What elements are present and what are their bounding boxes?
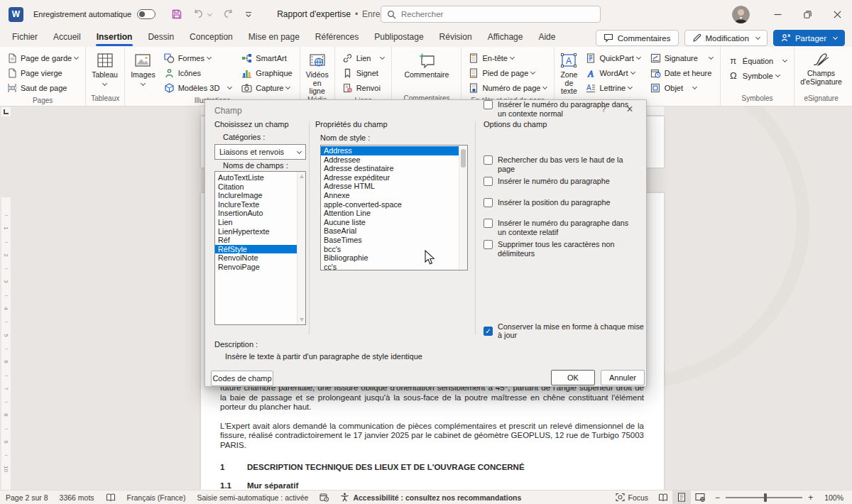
- proofing-status[interactable]: [100, 491, 121, 504]
- style-name-item[interactable]: cc's: [321, 263, 467, 270]
- zoom-slider-track[interactable]: [726, 497, 802, 498]
- cancel-button[interactable]: Annuler: [601, 370, 645, 385]
- field-name-item[interactable]: Citation: [215, 182, 305, 192]
- bookmark-button[interactable]: Signet: [339, 65, 388, 80]
- web-layout-button[interactable]: [691, 491, 709, 504]
- autocomplete-status[interactable]: Saisie semi-automatique : activée: [191, 491, 314, 504]
- insights-indicator[interactable]: [314, 491, 334, 504]
- ribbon-tab[interactable]: Affichage: [480, 29, 531, 46]
- style-name-item[interactable]: BaseArial: [321, 226, 467, 236]
- vertical-ruler[interactable]: 12345678910: [1, 197, 11, 490]
- date-time-button[interactable]: Date et heure: [647, 65, 716, 80]
- online-videos-button[interactable]: Vidéos en ligne: [302, 49, 332, 96]
- field-name-item[interactable]: RéfStyle: [215, 245, 305, 254]
- header-button[interactable]: En-tête: [465, 50, 550, 65]
- chart-button[interactable]: Graphique: [238, 65, 295, 80]
- editing-mode-button[interactable]: Modification: [684, 30, 768, 46]
- text-box-button[interactable]: A Zone de texte: [557, 49, 581, 102]
- categories-dropdown[interactable]: Liaisons et renvois: [214, 144, 306, 160]
- checkbox-unchecked[interactable]: [484, 198, 493, 207]
- search-box[interactable]: [381, 6, 601, 23]
- autosave-toggle[interactable]: [137, 9, 155, 19]
- field-option-row[interactable]: Insérer le numéro du paragraphe dans un …: [484, 219, 637, 236]
- style-name-item[interactable]: apple-converted-space: [321, 200, 467, 209]
- ribbon-tab[interactable]: Conception: [182, 29, 241, 46]
- wordart-button[interactable]: A WordArt: [582, 65, 643, 80]
- field-name-item[interactable]: InclureImage: [215, 191, 305, 200]
- zoom-slider-thumb[interactable]: [764, 493, 767, 502]
- zoom-out-button[interactable]: −: [715, 493, 720, 503]
- drop-cap-button[interactable]: A Lettrine: [582, 80, 643, 95]
- field-name-item[interactable]: Réf: [215, 236, 305, 245]
- field-name-item[interactable]: InsertionAuto: [215, 209, 305, 218]
- equation-button[interactable]: π Équation: [724, 53, 790, 68]
- style-list-scrollbar[interactable]: [459, 146, 467, 270]
- smartart-button[interactable]: SmartArt: [238, 50, 295, 65]
- ribbon-tab[interactable]: Fichier: [4, 29, 45, 46]
- screenshot-button[interactable]: Capture: [238, 80, 295, 95]
- undo-button[interactable]: [192, 9, 212, 20]
- style-name-item[interactable]: Adresse expéditeur: [321, 173, 467, 182]
- ribbon-tab[interactable]: Mise en page: [241, 29, 307, 46]
- accessibility-status[interactable]: Accessibilité : consultez nos recommanda…: [334, 491, 527, 504]
- restore-button[interactable]: [792, 0, 822, 28]
- checkbox-checked[interactable]: ✓: [484, 327, 493, 336]
- style-names-list[interactable]: AddressAddresseeAdresse destinataireAdre…: [320, 145, 468, 270]
- zoom-level[interactable]: 100%: [819, 491, 852, 504]
- style-name-item[interactable]: Address: [321, 146, 467, 155]
- save-button[interactable]: [171, 9, 182, 20]
- word-count[interactable]: 3366 mots: [54, 491, 100, 504]
- footer-button[interactable]: Pied de page: [465, 65, 550, 80]
- word-app-icon[interactable]: W: [9, 7, 23, 22]
- ribbon-tab[interactable]: Insertion: [89, 29, 141, 46]
- field-option-row[interactable]: Insérer le numéro du paragraphe: [484, 177, 610, 186]
- field-codes-button[interactable]: Codes de champ: [211, 371, 273, 386]
- focus-mode-button[interactable]: Focus: [610, 491, 655, 504]
- field-option-row[interactable]: Insérer la position du paragraphe: [484, 198, 610, 207]
- icons-button[interactable]: Icônes: [160, 65, 236, 80]
- field-name-item[interactable]: Lien: [215, 218, 305, 227]
- cover-page-button[interactable]: Page de garde: [4, 50, 82, 65]
- field-name-item[interactable]: InclureTexte: [215, 200, 305, 209]
- minimize-button[interactable]: [763, 0, 792, 28]
- avatar[interactable]: [732, 6, 750, 23]
- link-button[interactable]: Lien: [339, 50, 388, 65]
- language-indicator[interactable]: Français (France): [121, 491, 192, 504]
- style-name-item[interactable]: Bibliographie: [321, 253, 467, 263]
- models-3d-button[interactable]: Modèles 3D: [160, 80, 236, 95]
- checkbox-unchecked[interactable]: [484, 100, 493, 109]
- search-input[interactable]: [401, 10, 579, 18]
- quick-parts-button[interactable]: QuickPart: [582, 50, 643, 65]
- style-name-item[interactable]: Adresse HTML: [321, 182, 467, 191]
- page-break-button[interactable]: Saut de page: [4, 80, 82, 95]
- checkbox-unchecked[interactable]: [484, 240, 493, 249]
- page-number-button[interactable]: Numéro de page: [465, 80, 550, 95]
- field-names-list[interactable]: AutoTextListeCitationInclureImageInclure…: [214, 171, 306, 325]
- scroll-up-arrow[interactable]: [300, 175, 304, 178]
- style-name-item[interactable]: Annexe: [321, 191, 467, 200]
- style-name-item[interactable]: Attention Line: [321, 209, 467, 218]
- scrollbar-thumb[interactable]: [461, 149, 466, 168]
- ribbon-tab[interactable]: Dessin: [140, 29, 182, 46]
- field-option-row[interactable]: Rechercher du bas vers le haut de la pag…: [484, 155, 637, 173]
- checkbox-unchecked[interactable]: [484, 177, 493, 186]
- ok-button[interactable]: OK: [551, 370, 595, 385]
- page-indicator[interactable]: Page 2 sur 8: [0, 491, 54, 504]
- style-name-item[interactable]: Adresse destinataire: [321, 164, 467, 173]
- cross-reference-button[interactable]: Renvoi: [339, 80, 388, 95]
- ribbon-tab[interactable]: Références: [307, 29, 366, 46]
- redo-button[interactable]: [222, 9, 234, 20]
- close-window-button[interactable]: [822, 0, 852, 28]
- field-name-item[interactable]: AutoTextListe: [215, 173, 305, 182]
- field-name-item[interactable]: RenvoiPage: [215, 263, 305, 272]
- ribbon-tab[interactable]: Révision: [432, 29, 480, 46]
- table-button[interactable]: Tableau: [88, 49, 121, 85]
- field-name-item[interactable]: LienHypertexte: [215, 227, 305, 236]
- blank-page-button[interactable]: Page vierge: [4, 65, 82, 80]
- ribbon-tab[interactable]: Accueil: [45, 29, 89, 46]
- shapes-button[interactable]: Formes: [160, 50, 236, 65]
- ribbon-tab[interactable]: Publipostage: [366, 29, 431, 46]
- read-mode-button[interactable]: [654, 491, 672, 504]
- field-option-row[interactable]: Supprimer tous les caractères non délimi…: [484, 240, 637, 258]
- new-comment-button[interactable]: Commentaire: [394, 49, 459, 80]
